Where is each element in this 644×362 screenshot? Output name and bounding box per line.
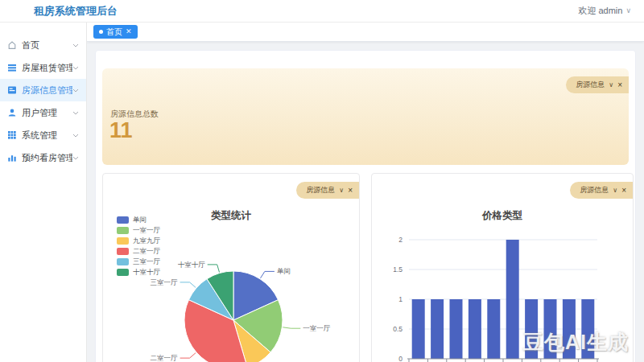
sidebar-item-2[interactable]: 房源信息管理 bbox=[0, 79, 86, 101]
top-header: 租房系统管理后台 欢迎 admin ∨ bbox=[0, 0, 644, 23]
ai-watermark: 豆包AI生成 bbox=[523, 329, 629, 356]
pie-card-tag[interactable]: 房源信息 ∨ × bbox=[296, 182, 359, 199]
chevron-down-icon bbox=[72, 88, 79, 93]
chart-icon bbox=[7, 153, 17, 162]
app-title: 租房系统管理后台 bbox=[34, 4, 118, 19]
close-icon[interactable]: × bbox=[621, 186, 626, 195]
svg-text:0: 0 bbox=[398, 355, 402, 362]
chevron-down-icon bbox=[72, 156, 79, 160]
close-icon[interactable]: × bbox=[617, 80, 622, 89]
tag-label: 房源信息 bbox=[580, 185, 609, 195]
panel-icon bbox=[7, 85, 17, 95]
sidebar-item-1[interactable]: 房屋租赁管理 bbox=[0, 56, 86, 79]
grid-icon bbox=[7, 130, 17, 140]
user-icon bbox=[7, 108, 17, 117]
chevron-down-icon: ∨ bbox=[625, 7, 631, 14]
chevron-down-icon[interactable]: ∨ bbox=[613, 187, 617, 194]
sidebar-item-label: 用户管理 bbox=[22, 107, 72, 119]
list-icon bbox=[7, 63, 17, 72]
sidebar-item-3[interactable]: 用户管理 bbox=[0, 101, 86, 124]
sidebar-item-label: 房源信息管理 bbox=[22, 84, 72, 97]
svg-text:十室十厅: 十室十厅 bbox=[178, 261, 206, 269]
svg-text:三室一厅: 三室一厅 bbox=[151, 278, 179, 286]
sidebar-item-0[interactable]: 首页 bbox=[0, 34, 86, 56]
chevron-down-icon bbox=[72, 134, 79, 138]
tab-active-dot-icon bbox=[99, 30, 103, 34]
close-icon[interactable]: ✕ bbox=[126, 28, 132, 35]
chevron-down-icon[interactable]: ∨ bbox=[609, 81, 613, 88]
sidebar-nav: 首页房屋租赁管理房源信息管理用户管理系统管理预约看房管理 bbox=[0, 23, 87, 362]
tab-home[interactable]: 首页 ✕ bbox=[93, 25, 138, 39]
svg-text:2: 2 bbox=[398, 236, 402, 244]
sidebar-item-label: 系统管理 bbox=[22, 130, 72, 142]
pie-chart: 单间一室一厅九室九厅二室一厅三室一厅十室十厅 bbox=[103, 174, 361, 362]
svg-text:1.5: 1.5 bbox=[393, 265, 402, 274]
sidebar-item-label: 房屋租赁管理 bbox=[22, 62, 72, 74]
tabs-bar: 首页 ✕ bbox=[87, 23, 644, 42]
sidebar-item-label: 首页 bbox=[22, 39, 72, 51]
home-icon bbox=[7, 40, 17, 50]
svg-text:0.5: 0.5 bbox=[393, 325, 402, 333]
user-menu[interactable]: 欢迎 admin ∨ bbox=[578, 5, 631, 17]
chevron-down-icon bbox=[72, 111, 79, 115]
content-panel: 房源信息 ∨ × 房源信息总数 11 房源信息 ∨ × 类型统计 单间一室一厅九… bbox=[95, 50, 636, 362]
sidebar-item-5[interactable]: 预约看房管理 bbox=[0, 146, 86, 169]
tag-label: 房源信息 bbox=[576, 80, 605, 90]
svg-text:1: 1 bbox=[398, 295, 402, 303]
svg-text:单间: 单间 bbox=[277, 267, 291, 275]
app-window: 租房系统管理后台 欢迎 admin ∨ 首页房屋租赁管理房源信息管理用户管理系统… bbox=[0, 0, 644, 362]
close-icon[interactable]: × bbox=[348, 186, 353, 195]
tab-label: 首页 bbox=[106, 27, 122, 38]
summary-card: 房源信息 ∨ × 房源信息总数 11 bbox=[102, 68, 629, 165]
bar-card-tag[interactable]: 房源信息 ∨ × bbox=[570, 182, 633, 199]
chevron-down-icon bbox=[72, 66, 79, 70]
sidebar-item-4[interactable]: 系统管理 bbox=[0, 124, 86, 146]
chevron-down-icon[interactable]: ∨ bbox=[339, 187, 344, 194]
svg-text:一室一厅: 一室一厅 bbox=[303, 324, 331, 332]
svg-text:二室一厅: 二室一厅 bbox=[151, 354, 179, 362]
summary-value: 11 bbox=[109, 118, 133, 143]
chevron-down-icon bbox=[72, 43, 79, 47]
welcome-text: 欢迎 admin bbox=[578, 5, 622, 17]
pie-chart-card: 房源信息 ∨ × 类型统计 单间一室一厅九室九厅二室一厅三室一厅十室十厅 单间一… bbox=[102, 173, 360, 362]
sidebar-item-label: 预约看房管理 bbox=[22, 152, 72, 164]
summary-card-tag[interactable]: 房源信息 ∨ × bbox=[566, 76, 629, 93]
tag-label: 房源信息 bbox=[306, 185, 335, 195]
